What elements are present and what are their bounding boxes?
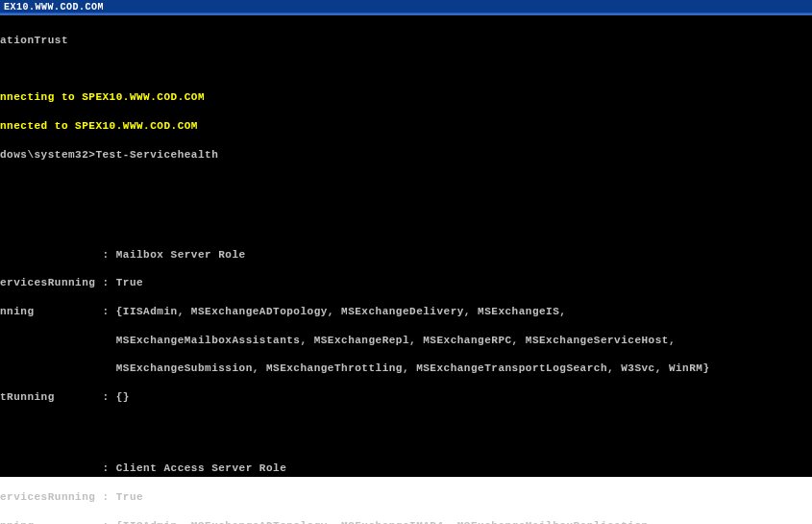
prompt-path: dows\system32> bbox=[0, 149, 95, 161]
running-val: True bbox=[116, 277, 143, 288]
services-list-1-a: nning : {IISAdmin, MSExchangeADTopology,… bbox=[0, 519, 812, 524]
running-val: True bbox=[116, 491, 143, 503]
prompt-line-1: dows\system32>Test-Servicehealth bbox=[0, 148, 812, 162]
role-name: Mailbox Server Role bbox=[116, 249, 246, 261]
blank bbox=[0, 205, 812, 219]
frag-line: ationTrust bbox=[0, 34, 812, 48]
title-text: EX10.WWW.COD.COM bbox=[4, 2, 104, 12]
connected-line: nnected to SPEX10.WWW.COD.COM bbox=[0, 119, 812, 134]
services-running-1: ervicesRunning : True bbox=[0, 490, 812, 505]
window-titlebar: EX10.WWW.COD.COM bbox=[0, 0, 812, 13]
prompt-command: Test-Servicehealth bbox=[95, 149, 218, 161]
role-name: Client Access Server Role bbox=[116, 462, 287, 474]
blank bbox=[0, 419, 812, 434]
blank bbox=[0, 62, 812, 77]
services-list-0-a: nning : {IISAdmin, MSExchangeADTopology,… bbox=[0, 305, 812, 319]
role-header-1: : Client Access Server Role bbox=[0, 462, 812, 476]
services-list-0-b: MSExchangeMailboxAssistants, MSExchangeR… bbox=[0, 334, 812, 348]
blank bbox=[0, 176, 812, 190]
services-running-0: ervicesRunning : True bbox=[0, 276, 812, 290]
role-header-0: : Mailbox Server Role bbox=[0, 248, 812, 262]
connecting-line: nnecting to SPEX10.WWW.COD.COM bbox=[0, 90, 812, 105]
terminal-output[interactable]: ationTrust nnecting to SPEX10.WWW.COD.CO… bbox=[0, 15, 812, 477]
not-running-0: tRunning : {} bbox=[0, 390, 812, 405]
services-list-0-c: MSExchangeSubmission, MSExchangeThrottli… bbox=[0, 362, 812, 376]
